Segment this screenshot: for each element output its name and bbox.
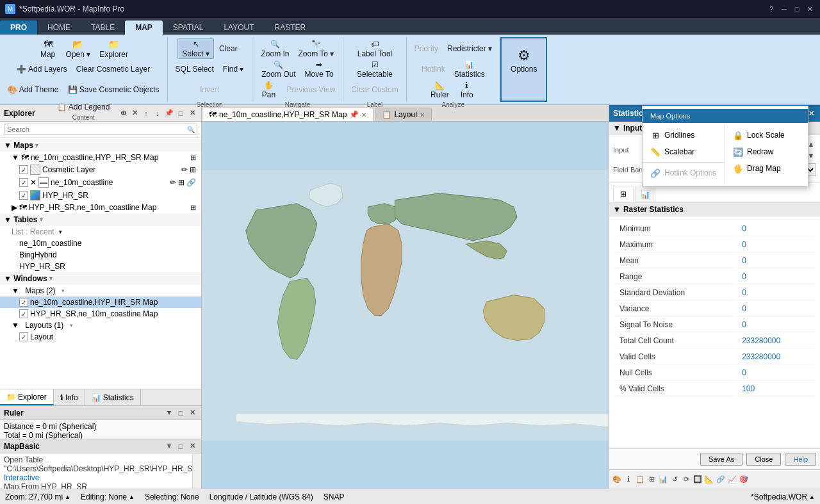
- ne-coastline-item[interactable]: ✕ ne_10m_coastline ✏ ⊞ 🔗: [0, 176, 201, 189]
- stats-tool-1[interactable]: 🎨: [612, 475, 622, 485]
- hyp-check[interactable]: [19, 191, 28, 200]
- window-ne-check[interactable]: [19, 298, 28, 307]
- save-cosmetic-button[interactable]: 💾 Save Cosmetic Objects: [64, 79, 163, 100]
- drag-map-item[interactable]: 🖐 Drag Map: [725, 160, 808, 177]
- explorer-button[interactable]: 📁 Explorer: [95, 38, 132, 59]
- ruler-expand-btn[interactable]: ▾: [164, 408, 174, 418]
- pan-button[interactable]: ✋ Pan: [256, 79, 282, 100]
- layout-item[interactable]: Layout: [0, 331, 201, 343]
- mapbasic-close-btn[interactable]: ✕: [187, 441, 197, 451]
- stats-table-tab[interactable]: ⊞: [613, 186, 634, 202]
- clear-button[interactable]: Clear: [215, 38, 242, 59]
- redistricter-button[interactable]: Redistricter ▾: [443, 38, 496, 59]
- add-legend-button[interactable]: 📋 Add Legend: [53, 101, 113, 113]
- find-button[interactable]: Find ▾: [219, 59, 248, 79]
- ruler-button[interactable]: 📐 Ruler: [427, 79, 453, 100]
- tables-section-header[interactable]: ▼ Tables ▾: [0, 213, 201, 226]
- explorer-up-btn[interactable]: ↑: [141, 108, 151, 118]
- explorer-delete-btn[interactable]: ✕: [129, 108, 140, 118]
- stats-tool-7[interactable]: ⟳: [681, 475, 691, 485]
- table-ne-coastline[interactable]: ne_10m_coastline: [0, 238, 201, 249]
- tab-map[interactable]: MAP: [125, 20, 163, 35]
- mapbasic-expand-btn[interactable]: ▾: [164, 441, 174, 451]
- cosmetic-layer-item[interactable]: Cosmetic Layer ✏ ⊞: [0, 163, 201, 176]
- window-controls[interactable]: ? ─ □ ✕: [766, 4, 815, 14]
- map-canvas[interactable]: [202, 122, 609, 489]
- stats-tool-10[interactable]: 🔗: [716, 475, 726, 485]
- open-button[interactable]: 📂 Open ▾: [62, 38, 95, 59]
- ne-coastline-check[interactable]: [19, 178, 28, 187]
- maps-subsection[interactable]: ▼ Maps (2) ▾: [0, 285, 201, 297]
- stats-tool-6[interactable]: ↺: [669, 475, 680, 485]
- label-tool-button[interactable]: 🏷 Label Tool: [354, 38, 397, 59]
- close-btn[interactable]: ✕: [805, 4, 815, 14]
- help-stats-button[interactable]: Help: [785, 453, 816, 466]
- window-ne-map[interactable]: ne_10m_coastline,HYP_HR_SR Map: [0, 297, 201, 308]
- mapbasic-interactive-link[interactable]: Interactive: [4, 473, 39, 482]
- zoom-in-button[interactable]: 🔍 Zoom In: [258, 38, 293, 59]
- window-hyp-check[interactable]: [19, 309, 28, 318]
- search-input[interactable]: [4, 124, 197, 135]
- gridlines-item[interactable]: ⊞ Gridlines: [643, 127, 725, 143]
- stats-tool-5[interactable]: 📊: [658, 475, 668, 485]
- cosmetic-check[interactable]: [19, 165, 28, 174]
- stats-tool-2[interactable]: ℹ: [623, 475, 634, 485]
- move-to-button[interactable]: ➡ Move To: [301, 59, 338, 79]
- invert-button[interactable]: Invert: [196, 79, 223, 100]
- explorer-new-btn[interactable]: ⊕: [118, 108, 128, 118]
- options-button[interactable]: ⚙ Options: [505, 40, 542, 81]
- clear-custom-button[interactable]: Clear Custom: [347, 79, 402, 100]
- explorer-pin-btn[interactable]: 📌: [164, 108, 174, 118]
- zoom-out-button[interactable]: 🔍 Zoom Out: [258, 59, 299, 79]
- select-button[interactable]: ↖ Select ▾: [177, 38, 214, 59]
- table-hyp[interactable]: HYP_HR_SR: [0, 261, 201, 272]
- stats-tool-11[interactable]: 📈: [727, 475, 737, 485]
- scalebar-item[interactable]: 📏 Scalebar: [643, 143, 725, 160]
- lock-scale-item[interactable]: 🔒 Lock Scale: [725, 127, 808, 143]
- window-hyp-map[interactable]: HYP_HR_SR,ne_10m_coastline Map: [0, 308, 201, 320]
- sql-select-button[interactable]: SQL Select: [172, 59, 218, 79]
- stats-tool-8[interactable]: 🔲: [693, 475, 703, 485]
- explorer-tab[interactable]: 📁 Explorer: [0, 389, 54, 405]
- redraw-item[interactable]: 🔄 Redraw: [725, 143, 808, 160]
- windows-section-header[interactable]: ▼ Windows ▾: [0, 272, 201, 285]
- hyp-layer-item[interactable]: HYP_HR_SR: [0, 189, 201, 202]
- stats-tool-3[interactable]: 📋: [635, 475, 645, 485]
- stats-tool-12[interactable]: 🎯: [739, 475, 749, 485]
- clear-cosmetic-button[interactable]: Clear Cosmetic Layer: [72, 59, 154, 79]
- hyp-map-item[interactable]: ▶ 🗺 HYP_HR_SR,ne_10m_coastline Map ⊞: [0, 202, 201, 213]
- explorer-down-btn[interactable]: ↓: [152, 108, 163, 118]
- selectable-button[interactable]: ☑ Selectable: [353, 59, 397, 79]
- stats-tool-4[interactable]: ⊞: [646, 475, 657, 485]
- priority-button[interactable]: Priority: [411, 38, 442, 59]
- ruler-close-btn[interactable]: ✕: [187, 408, 197, 418]
- layout-check[interactable]: [19, 332, 28, 341]
- previous-view-button[interactable]: Previous View: [283, 79, 340, 100]
- explorer-float-btn[interactable]: □: [176, 108, 186, 118]
- table-binghybrid[interactable]: BingHybrid: [0, 249, 201, 261]
- mapbasic-scrollbar[interactable]: [192, 453, 201, 489]
- stats-chart-tab[interactable]: 📊: [635, 186, 655, 202]
- tab-layout[interactable]: LAYOUT: [213, 20, 264, 35]
- tab-spatial[interactable]: SPATIAL: [163, 20, 214, 35]
- hotlink-options-item[interactable]: 🔗 Hotlink Options: [643, 165, 725, 181]
- maps-section-header[interactable]: ▼ Maps ▾: [0, 139, 201, 152]
- layout-tab-close[interactable]: ✕: [420, 111, 425, 118]
- explorer-close-btn[interactable]: ✕: [187, 108, 197, 118]
- layouts-subsection[interactable]: ▼ Layouts (1) ▾: [0, 320, 201, 331]
- ne-map-item[interactable]: ▼ 🗺 ne_10m_coastline,HYP_HR_SR Map ⊞: [0, 152, 201, 163]
- save-as-button[interactable]: Save As: [700, 453, 742, 466]
- ne-map-tab[interactable]: 🗺 ne_10m_coastline,HYP_HR_SR Map 📌 ✕: [202, 108, 373, 121]
- layout-map-tab[interactable]: 📋 Layout ✕: [375, 108, 432, 121]
- tab-raster[interactable]: RASTER: [265, 20, 316, 35]
- tab-table[interactable]: TABLE: [81, 20, 125, 35]
- hotlink-button[interactable]: Hotlink: [418, 59, 449, 79]
- tab-pro[interactable]: PRO: [0, 20, 37, 35]
- mapbasic-float-btn[interactable]: □: [176, 441, 186, 451]
- maximize-btn[interactable]: □: [792, 4, 802, 14]
- minimize-btn[interactable]: ─: [779, 4, 789, 14]
- statistics-tab[interactable]: 📊 Statistics: [85, 389, 141, 405]
- info-tab[interactable]: ℹ Info: [54, 389, 85, 405]
- help-btn[interactable]: ?: [766, 4, 776, 14]
- map-button[interactable]: 🗺 Map: [35, 38, 61, 59]
